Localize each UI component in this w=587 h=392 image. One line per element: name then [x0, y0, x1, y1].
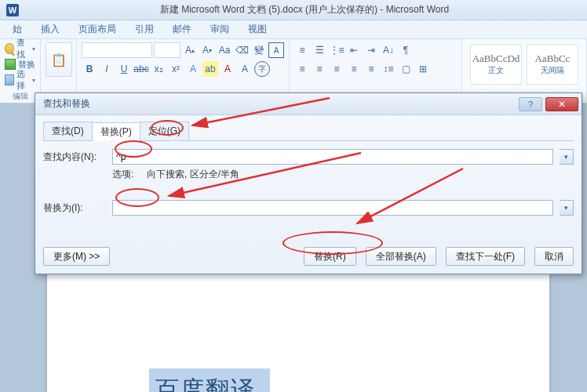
phonetic-guide-icon[interactable]: 變 [251, 42, 267, 58]
options-value: 向下搜索, 区分全/半角 [147, 169, 239, 180]
tab-home[interactable]: 始 [3, 20, 31, 38]
dialog-title: 查找和替换 [43, 97, 90, 111]
subscript-icon[interactable]: x₂ [151, 61, 166, 77]
tab-mailings[interactable]: 邮件 [163, 20, 201, 38]
dialog-tabs: 查找(D) 替换(P) 定位(G) [43, 122, 574, 141]
annotation-oval [115, 188, 159, 207]
line-spacing-icon[interactable]: ↕≡ [381, 61, 396, 77]
style-name: 无间隔 [541, 65, 564, 76]
clear-formatting-icon[interactable]: ⌫ [234, 42, 250, 58]
select-icon [5, 74, 14, 85]
style-no-spacing[interactable]: AaBbCc 无间隔 [527, 44, 578, 85]
style-name: 正文 [488, 65, 504, 76]
superscript-icon[interactable]: x² [168, 61, 184, 77]
grow-font-icon[interactable]: A▴ [182, 42, 198, 58]
dialog-titlebar[interactable]: 查找和替换 ? ✕ [35, 93, 582, 115]
borders-icon[interactable]: ⊞ [415, 61, 431, 77]
replace-all-button[interactable]: 全部替换(A) [366, 247, 436, 266]
bold-icon[interactable]: B [82, 61, 97, 77]
style-normal[interactable]: AaBbCcDd 正文 [470, 44, 522, 85]
distribute-icon[interactable]: ≡ [363, 61, 379, 77]
find-dropdown[interactable]: ▾ [560, 149, 574, 165]
align-center-icon[interactable]: ≡ [312, 61, 327, 77]
tab-review[interactable]: 审阅 [201, 20, 239, 38]
strike-icon[interactable]: abc [133, 61, 149, 77]
select-label: 选择 [16, 68, 30, 92]
italic-icon[interactable]: I [99, 61, 115, 77]
tab-view[interactable]: 视图 [239, 20, 276, 38]
increase-indent-icon[interactable]: ⇥ [363, 42, 379, 58]
text-effects-icon[interactable]: A [185, 61, 201, 77]
font-size-select[interactable] [154, 42, 180, 58]
line-1: 百度翻译 [155, 372, 256, 392]
char-border-icon[interactable]: A [268, 42, 284, 58]
bullets-icon[interactable]: ≡ [294, 42, 310, 58]
help-button[interactable]: ? [519, 97, 542, 111]
ribbon-tabs: 始 插入 页面布局 引用 邮件 审阅 视图 [0, 20, 587, 39]
tab-find[interactable]: 查找(D) [43, 122, 93, 140]
tab-replace[interactable]: 替换(P) [92, 122, 140, 141]
annotation-oval [115, 140, 152, 158]
shading-icon[interactable]: ▢ [398, 61, 414, 77]
align-left-icon[interactable]: ≡ [294, 61, 310, 77]
app-title: 新建 Microsoft Word 文档 (5).docx (用户上次保存的) … [22, 3, 587, 16]
select-button[interactable]: 选择▾ [5, 72, 35, 88]
justify-icon[interactable]: ≡ [346, 61, 362, 77]
enclose-char-icon[interactable]: 字 [254, 61, 270, 77]
dropdown-icon: ▾ [32, 77, 35, 84]
close-button[interactable]: ✕ [545, 97, 578, 111]
replace-dropdown[interactable]: ▾ [560, 200, 574, 216]
replace-icon [5, 59, 16, 70]
find-next-button[interactable]: 查找下一处(F) [446, 247, 525, 266]
tab-layout[interactable]: 页面布局 [69, 20, 126, 38]
annotation-oval [151, 120, 184, 136]
tab-insert[interactable]: 插入 [31, 20, 69, 38]
annotation-oval [283, 231, 383, 255]
more-button[interactable]: 更多(M) >> [43, 247, 110, 266]
font-family-select[interactable] [82, 42, 152, 58]
style-sample: AaBbCc [535, 53, 571, 65]
multilevel-icon[interactable]: ⋮≡ [329, 42, 345, 58]
titlebar: W 新建 Microsoft Word 文档 (5).docx (用户上次保存的… [0, 0, 587, 20]
word-icon: W [6, 4, 19, 16]
find-icon [5, 43, 14, 54]
align-right-icon[interactable]: ≡ [329, 61, 345, 77]
shrink-font-icon[interactable]: A▾ [199, 42, 215, 58]
char-shading-icon[interactable]: A [237, 61, 253, 77]
show-marks-icon[interactable]: ¶ [398, 42, 414, 58]
cancel-button[interactable]: 取消 [534, 247, 574, 266]
font-color-icon[interactable]: A [220, 61, 235, 77]
find-button[interactable]: 查找▾ [5, 41, 35, 56]
find-label: 查找内容(N): [43, 151, 106, 164]
find-input[interactable] [112, 149, 553, 165]
options-label: 选项: [112, 169, 133, 180]
tab-references[interactable]: 引用 [126, 20, 163, 38]
dropdown-icon: ▾ [32, 45, 35, 53]
decrease-indent-icon[interactable]: ⇤ [346, 42, 362, 58]
underline-icon[interactable]: U [116, 61, 132, 77]
replace-input[interactable] [112, 200, 553, 216]
style-sample: AaBbCcDd [472, 53, 520, 65]
replace-label: 替换为(I): [43, 201, 106, 215]
selected-text[interactable]: 百度翻译 百度文库 [149, 368, 270, 392]
highlight-icon[interactable]: ab [202, 61, 218, 77]
change-case-icon[interactable]: Aa [217, 42, 232, 58]
numbering-icon[interactable]: ☰ [312, 42, 327, 58]
sort-icon[interactable]: A↓ [381, 42, 396, 58]
paste-button[interactable]: 📋 [46, 42, 72, 77]
